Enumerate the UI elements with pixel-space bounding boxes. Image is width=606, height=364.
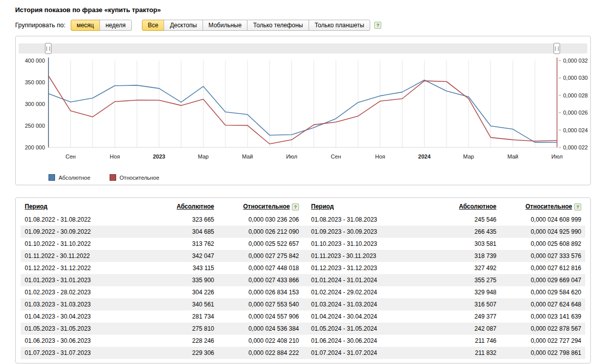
col-period[interactable]: Период <box>311 203 334 210</box>
absolute-cell: 327 492 <box>425 262 500 274</box>
right-axis-tick: 0,000 024 <box>563 127 588 133</box>
stats-table-left: Период Абсолютное Относительное? 01.08.2… <box>21 200 303 359</box>
relative-cell: 0,000 025 522 657 <box>218 238 303 250</box>
relative-cell: 0,000 027 448 018 <box>218 262 303 274</box>
col-absolute[interactable]: Абсолютное <box>459 203 496 210</box>
relative-cell: 0,000 027 333 576 <box>500 250 585 262</box>
period-cell: 01.04.2024 - 30.04.2024 <box>303 310 425 323</box>
col-relative[interactable]: Относительное <box>243 203 290 210</box>
absolute-series-line <box>48 80 557 142</box>
absolute-cell: 228 246 <box>142 335 218 347</box>
relative-cell: 0,000 026 834 153 <box>218 286 303 298</box>
left-axis-tick: 200 000 <box>25 144 45 150</box>
period-cell: 01.08.2022 - 31.08.2022 <box>21 214 142 226</box>
table-header-row: Период Абсолютное Относительное? <box>303 200 585 214</box>
absolute-cell: 242 087 <box>425 323 500 335</box>
device-option-1[interactable]: Десктопы <box>164 20 203 31</box>
group-option-1[interactable]: неделя <box>99 20 132 31</box>
range-handle-right[interactable] <box>553 43 560 54</box>
table-row: 01.03.2024 - 31.03.2024316 5070,000 027 … <box>303 298 585 310</box>
chart-legend: АбсолютноеОтносительное <box>48 174 159 181</box>
period-cell: 01.06.2023 - 30.06.2023 <box>21 335 142 347</box>
period-cell: 01.10.2023 - 31.10.2023 <box>303 238 425 250</box>
absolute-cell: 343 115 <box>142 262 218 274</box>
table-row: 01.12.2023 - 31.12.2023327 4920,000 027 … <box>303 262 585 274</box>
table-row: 01.02.2023 - 28.02.2023304 2260,000 026 … <box>21 286 303 298</box>
wordstat-history-page: История показов по фразе «купить трактор… <box>0 0 606 363</box>
absolute-cell: 211 832 <box>425 347 500 359</box>
table-row: 01.05.2024 - 31.05.2024242 0870,000 022 … <box>303 323 585 335</box>
period-cell: 01.09.2023 - 30.09.2023 <box>303 226 425 238</box>
x-axis-tick: Май <box>242 153 253 160</box>
absolute-cell: 303 581 <box>425 238 500 250</box>
relative-cell: 0,000 022 798 861 <box>500 347 585 359</box>
table-row: 01.05.2023 - 31.05.2023275 8100,000 024 … <box>21 323 303 335</box>
x-axis-tick: Июл <box>286 153 297 160</box>
device-option-4[interactable]: Только планшеты <box>309 20 370 31</box>
relative-cell: 0,000 022 884 222 <box>218 347 303 359</box>
table-row: 01.09.2023 - 30.09.2023266 4350,000 024 … <box>303 226 585 238</box>
table-header-row: Период Абсолютное Относительное? <box>21 200 303 214</box>
left-axis-tick: 350 000 <box>25 79 45 85</box>
period-cell: 01.06.2024 - 30.06.2024 <box>303 335 425 347</box>
x-axis-tick: Июл <box>551 153 563 160</box>
x-axis-tick: 2024 <box>418 153 431 160</box>
period-cell: 01.05.2024 - 31.05.2024 <box>303 323 425 335</box>
period-cell: 01.11.2022 - 30.11.2022 <box>21 250 142 262</box>
absolute-cell: 229 306 <box>142 347 218 359</box>
relative-cell: 0,000 022 878 567 <box>500 323 585 335</box>
absolute-cell: 335 900 <box>142 274 218 286</box>
device-option-3[interactable]: Только телефоны <box>247 20 309 31</box>
legend-item[interactable]: Относительное <box>110 174 160 181</box>
data-tables: Период Абсолютное Относительное? 01.08.2… <box>15 197 591 363</box>
table-row: 01.06.2024 - 30.06.2024211 7460,000 022 … <box>303 335 585 347</box>
period-cell: 01.01.2023 - 31.01.2023 <box>21 274 142 286</box>
table-row: 01.06.2023 - 30.06.2023228 2460,000 022 … <box>21 335 303 347</box>
drag-grip-icon <box>555 46 559 51</box>
relative-cell: 0,000 027 275 842 <box>218 250 303 262</box>
right-axis-tick: 0,000 028 <box>563 92 588 98</box>
relative-cell: 0,000 027 553 540 <box>218 298 303 310</box>
help-icon[interactable]: ? <box>374 22 381 29</box>
legend-item[interactable]: Абсолютное <box>48 174 90 181</box>
help-icon[interactable]: ? <box>292 203 299 211</box>
x-axis-tick: 2023 <box>153 153 165 160</box>
absolute-cell: 318 739 <box>425 250 500 262</box>
period-cell: 01.01.2024 - 31.01.2024 <box>303 274 425 286</box>
absolute-cell: 245 546 <box>425 214 500 226</box>
group-option-0[interactable]: месяц <box>71 20 100 31</box>
period-cell: 01.07.2023 - 31.07.2023 <box>21 347 142 359</box>
right-axis-tick: 0,000 022 <box>563 144 588 150</box>
right-axis-tick: 0,000 026 <box>563 110 588 116</box>
table-row: 01.08.2023 - 31.08.2023245 5460,000 024 … <box>303 214 585 226</box>
table-row: 01.11.2023 - 30.11.2023318 7390,000 027 … <box>303 250 585 262</box>
x-axis-tick: Сен <box>331 153 341 160</box>
device-option-2[interactable]: Мобильные <box>203 20 248 31</box>
x-axis-tick: Мар <box>463 153 474 160</box>
relative-cell: 0,000 027 433 866 <box>218 274 303 286</box>
relative-cell: 0,000 023 141 639 <box>500 310 585 323</box>
relative-cell: 0,000 027 612 816 <box>500 262 585 274</box>
period-cell: 01.07.2024 - 31.07.2024 <box>303 347 425 359</box>
relative-cell: 0,000 024 608 999 <box>500 214 585 226</box>
period-cell: 01.08.2023 - 31.08.2023 <box>303 214 425 226</box>
col-period[interactable]: Период <box>25 203 47 210</box>
filter-bar: Группировать по: месяцнеделя ВсеДесктопы… <box>15 20 591 31</box>
range-handle-left[interactable] <box>45 43 52 54</box>
table-row: 01.07.2024 - 31.07.2024211 8320,000 022 … <box>303 347 585 359</box>
table-row: 01.08.2022 - 31.08.2022323 6650,000 030 … <box>21 214 303 226</box>
period-cell: 01.02.2024 - 29.02.2024 <box>303 286 425 298</box>
group-toggle: месяцнеделя <box>71 20 132 31</box>
range-scrollbar[interactable] <box>19 43 587 54</box>
absolute-cell: 329 948 <box>425 286 500 298</box>
device-option-0[interactable]: Все <box>142 20 165 31</box>
relative-cell: 0,000 027 624 648 <box>500 298 585 310</box>
period-cell: 01.03.2024 - 31.03.2024 <box>303 298 425 310</box>
col-absolute[interactable]: Абсолютное <box>177 203 214 210</box>
absolute-cell: 342 047 <box>142 250 218 262</box>
help-icon[interactable]: ? <box>574 203 581 211</box>
col-relative[interactable]: Относительное <box>526 203 572 210</box>
period-cell: 01.04.2023 - 30.04.2023 <box>21 310 142 323</box>
table-row: 01.03.2023 - 31.03.2023340 5610,000 027 … <box>21 298 303 310</box>
history-chart: 400 000350 000300 000250 000200 0000,000… <box>16 58 590 165</box>
